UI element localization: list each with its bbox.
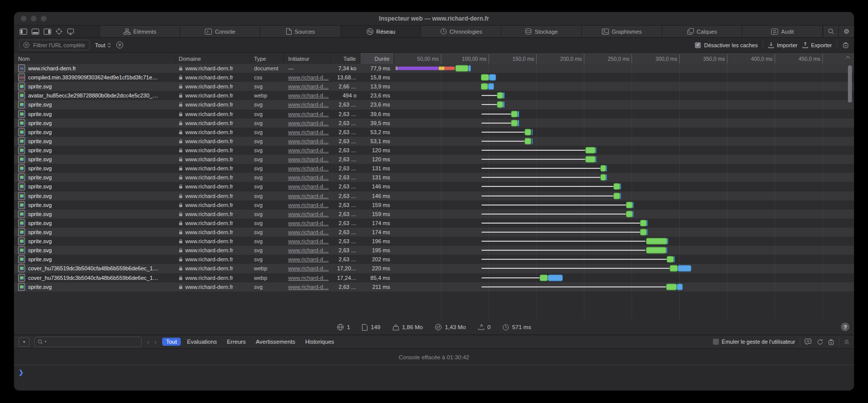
element-picker-icon[interactable]	[56, 28, 62, 35]
network-request-row[interactable]: sprite.svg www.richard-dern.fr svg www.r…	[14, 246, 854, 255]
initiator-link[interactable]: www.richard-d…	[288, 165, 329, 171]
network-request-row[interactable]: avatar_hu85ecc3e298728880b0bde2dcc4e5c23…	[14, 91, 854, 100]
console-mode-button[interactable]: ▾	[19, 337, 30, 347]
column-header-nom[interactable]: Nom	[14, 53, 175, 65]
column-header-taille[interactable]: Taille	[330, 53, 360, 65]
help-button[interactable]: ?	[841, 323, 849, 331]
dock-to-right-icon[interactable]	[44, 29, 51, 35]
initiator-link[interactable]: www.richard-d…	[288, 156, 329, 162]
initiator-link[interactable]: www.richard-d…	[288, 174, 329, 180]
network-request-row[interactable]: css compiled.min.38390909f303624ed9e1cf1…	[14, 73, 854, 82]
expand-console-button[interactable]	[844, 339, 849, 345]
tab-graphics[interactable]: Graphismes	[581, 26, 662, 37]
tab-layers[interactable]: Calques	[662, 26, 742, 37]
clear-network-items-button[interactable]	[842, 42, 849, 48]
console-scope-tout[interactable]: Tout	[162, 338, 181, 346]
network-request-row[interactable]: sprite.svg www.richard-dern.fr svg www.r…	[14, 200, 854, 210]
initiator-link[interactable]: www.richard-d…	[288, 220, 329, 226]
tab-sources[interactable]: Sources	[260, 26, 340, 37]
resource-type-select[interactable]: Tout	[95, 42, 111, 48]
network-request-row[interactable]: sprite.svg www.richard-dern.fr svg www.r…	[14, 237, 854, 246]
initiator-link[interactable]: www.richard-d…	[288, 229, 329, 235]
network-request-row[interactable]: sprite.svg www.richard-dern.fr svg www.r…	[14, 219, 854, 228]
tab-timelines[interactable]: Chronologies	[421, 26, 501, 37]
network-request-row[interactable]: sprite.svg www.richard-dern.fr svg www.r…	[14, 137, 854, 146]
initiator-link[interactable]: www.richard-d…	[288, 275, 329, 281]
network-request-row[interactable]: sprite.svg www.richard-dern.fr svg www.r…	[14, 228, 854, 237]
url-filter-input[interactable]	[32, 42, 86, 49]
initiator-link[interactable]: www.richard-d…	[288, 202, 329, 208]
network-request-row[interactable]: sprite.svg www.richard-dern.fr svg www.r…	[14, 191, 854, 200]
network-request-row[interactable]: sprite.svg www.richard-dern.fr svg www.r…	[14, 119, 854, 128]
url-filter-field[interactable]	[19, 40, 90, 50]
console-search-input[interactable]	[48, 338, 138, 345]
network-request-row[interactable]: sprite.svg www.richard-dern.fr svg www.r…	[14, 255, 854, 264]
network-request-row[interactable]: sprite.svg www.richard-dern.fr svg www.r…	[14, 146, 854, 155]
next-result-button[interactable]: ›	[154, 338, 156, 346]
network-request-row[interactable]: sprite.svg www.richard-dern.fr svg www.r…	[14, 128, 854, 137]
initiator-link[interactable]: www.richard-d…	[288, 211, 329, 217]
network-request-row[interactable]: sprite.svg www.richard-dern.fr svg www.r…	[14, 110, 854, 119]
console-scope-évaluations[interactable]: Évaluations	[183, 338, 220, 346]
network-request-row[interactable]: cover_hu736519dc3b5040cfa48b6b559b6de6ec…	[14, 264, 854, 273]
javascript-context-icon[interactable]: JS	[805, 339, 812, 345]
console-scope-historiques[interactable]: Historiques	[301, 338, 338, 346]
initiator-link[interactable]: www.richard-d…	[288, 247, 329, 253]
network-request-row[interactable]: sprite.svg www.richard-dern.fr svg www.r…	[14, 164, 854, 173]
search-button[interactable]	[823, 26, 838, 37]
settings-button[interactable]: ⚙	[838, 26, 854, 37]
initiator-link[interactable]: www.richard-d…	[288, 265, 329, 271]
column-header-domaine[interactable]: Domaine	[175, 53, 250, 65]
network-request-row[interactable]: sprite.svg www.richard-dern.fr svg www.r…	[14, 282, 854, 291]
initiator-link[interactable]: www.richard-d…	[288, 92, 329, 98]
column-header-type[interactable]: Type	[250, 53, 284, 65]
tab-storage[interactable]: Stockage	[501, 26, 581, 37]
initiator-link[interactable]: www.richard-d…	[288, 138, 329, 144]
tab-audit[interactable]: Audit	[742, 26, 823, 37]
initiator-link[interactable]: www.richard-d…	[288, 256, 329, 262]
import-button[interactable]: Importer	[768, 42, 797, 48]
network-request-row[interactable]: sprite.svg www.richard-dern.fr svg www.r…	[14, 82, 854, 91]
network-request-row[interactable]: sprite.svg www.richard-dern.fr svg www.r…	[14, 173, 854, 182]
vertical-scrollbar-thumb[interactable]	[848, 65, 852, 103]
previous-result-button[interactable]: ‹	[147, 338, 149, 346]
tab-network[interactable]: Réseau	[340, 26, 421, 37]
tab-console[interactable]: Console	[180, 26, 260, 37]
collapse-waterfall-icon[interactable]	[845, 56, 850, 59]
network-request-row[interactable]: sprite.svg www.richard-dern.fr svg www.r…	[14, 182, 854, 191]
network-request-row[interactable]: sprite.svg www.richard-dern.fr svg www.r…	[14, 100, 854, 109]
column-header-durée[interactable]: Durée	[360, 53, 394, 65]
emulate-user-gesture-checkbox[interactable]: Émuler le geste de l'utilisateur	[713, 339, 795, 345]
initiator-link[interactable]: www.richard-d…	[288, 284, 329, 290]
initiator-link[interactable]: www.richard-d…	[288, 83, 329, 89]
console-search-field[interactable]: ▾	[34, 337, 142, 347]
console-scope-erreurs[interactable]: Erreurs	[223, 338, 250, 346]
dock-to-bottom-icon[interactable]	[32, 29, 39, 35]
reload-icon[interactable]	[817, 339, 823, 345]
initiator-link[interactable]: www.richard-d…	[288, 129, 329, 135]
network-request-row[interactable]: cover_hu736519dc3b5040cfa48b6b559b6de6ec…	[14, 273, 854, 282]
initiator-link[interactable]: www.richard-d…	[288, 102, 329, 108]
column-header-initiateur[interactable]: Initiateur	[284, 53, 330, 65]
initiator-link[interactable]: www.richard-d…	[288, 111, 329, 117]
console-scope-avertissements[interactable]: Avertissements	[252, 338, 299, 346]
device-icon[interactable]	[67, 29, 74, 35]
tab-elements[interactable]: Éléments	[99, 26, 180, 37]
zoom-window-button[interactable]	[41, 16, 47, 22]
initiator-link[interactable]: www.richard-d…	[288, 183, 329, 189]
network-request-row[interactable]: sprite.svg www.richard-dern.fr svg www.r…	[14, 155, 854, 164]
export-button[interactable]: Exporter	[802, 42, 832, 48]
scope-filter-icon[interactable]	[116, 41, 123, 49]
disable-caches-checkbox[interactable]: ✓ Désactiver les caches	[695, 42, 758, 48]
clear-console-button[interactable]	[828, 339, 834, 345]
initiator-link[interactable]: www.richard-d…	[288, 238, 329, 244]
minimize-window-button[interactable]	[31, 16, 37, 22]
initiator-link[interactable]: www.richard-d…	[288, 120, 329, 126]
close-window-button[interactable]	[21, 16, 27, 22]
initiator-link[interactable]: www.richard-d…	[288, 147, 329, 153]
initiator-link[interactable]: www.richard-d…	[288, 74, 329, 80]
network-request-row[interactable]: <> www.richard-dern.fr www.richard-dern.…	[14, 64, 854, 73]
initiator-link[interactable]: www.richard-d…	[288, 193, 329, 199]
console-prompt[interactable]: ❯	[14, 365, 854, 390]
dock-to-left-icon[interactable]	[20, 29, 27, 35]
